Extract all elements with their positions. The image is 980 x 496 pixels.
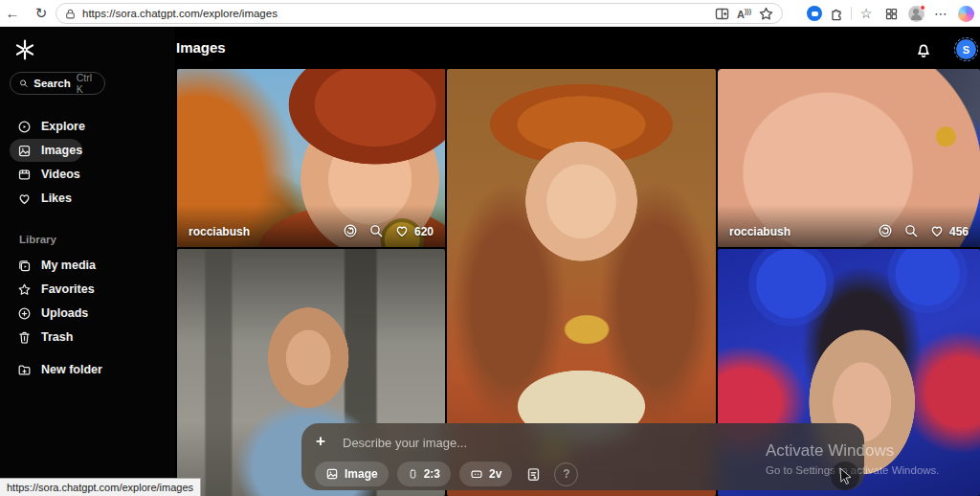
- new-folder-icon: [17, 363, 32, 377]
- user-avatar[interactable]: S: [956, 39, 976, 59]
- sidebar-item-label: Trash: [41, 330, 73, 344]
- search-input[interactable]: Search Ctrl K: [10, 72, 105, 95]
- zoom-search-icon[interactable]: [368, 223, 384, 238]
- address-bar[interactable]: https://sora.chatgpt.com/explore/images …: [56, 3, 783, 24]
- sidebar-item-label: Favorites: [41, 282, 95, 296]
- sidebar-item-new-folder[interactable]: New folder: [10, 358, 167, 381]
- presets-icon: [525, 466, 542, 483]
- prompt-input[interactable]: Describe your image...: [343, 436, 467, 450]
- aspect-ratio-label: 2:3: [424, 467, 440, 481]
- extensions-puzzle-icon[interactable]: [826, 3, 847, 24]
- favorites-hub-icon[interactable]: ☆: [856, 3, 877, 24]
- sidebar-item-likes[interactable]: Likes: [10, 187, 167, 210]
- sidebar-item-my-media[interactable]: My media: [10, 254, 167, 277]
- browser-refresh-icon[interactable]: ↻: [29, 0, 54, 27]
- help-button[interactable]: ?: [554, 462, 578, 486]
- lock-icon: [64, 8, 77, 20]
- status-bar-url: https://sora.chatgpt.com/explore/images: [0, 478, 201, 496]
- composer-controls: Image 2:3 2v: [315, 462, 578, 486]
- remix-icon[interactable]: [343, 223, 358, 238]
- like-count: 620: [414, 225, 434, 238]
- like-heart-icon[interactable]: [929, 223, 945, 238]
- openai-logo-icon[interactable]: [13, 38, 36, 61]
- sidebar-item-uploads[interactable]: Uploads: [10, 302, 167, 325]
- sidebar-item-videos[interactable]: Videos: [10, 163, 167, 186]
- sidebar-item-label: Images: [41, 144, 82, 157]
- notifications-bell-icon[interactable]: [914, 40, 933, 59]
- add-attachment-icon[interactable]: +: [316, 432, 325, 451]
- variations-button[interactable]: 2v: [459, 462, 512, 486]
- variations-label: 2v: [489, 467, 501, 481]
- sidebar-item-label: Uploads: [41, 306, 88, 320]
- sidebar-item-explore[interactable]: Explore: [10, 115, 167, 138]
- sidebar-item-trash[interactable]: Trash: [10, 326, 167, 349]
- sidebar-item-images[interactable]: Images: [10, 139, 82, 162]
- sidebar-item-label: Explore: [41, 120, 85, 133]
- notification-dot: [920, 5, 925, 11]
- zoom-search-icon[interactable]: [903, 223, 919, 238]
- remix-icon[interactable]: [878, 223, 893, 238]
- trash-icon: [17, 330, 32, 345]
- media-type-label: Image: [345, 467, 378, 481]
- url-text[interactable]: https://sora.chatgpt.com/explore/images: [82, 8, 707, 19]
- sidebar-item-label: New folder: [41, 363, 102, 376]
- card-username[interactable]: rocciabush: [729, 225, 867, 238]
- presets-button[interactable]: [521, 462, 546, 486]
- upload-plus-icon: [17, 306, 32, 321]
- image-type-icon: [325, 467, 339, 481]
- read-aloud-icon[interactable]: A))): [737, 8, 751, 20]
- extension-badge-icon[interactable]: [807, 6, 822, 21]
- images-icon: [17, 144, 32, 158]
- copilot-icon[interactable]: [955, 3, 976, 24]
- card-username[interactable]: rocciabush: [189, 225, 332, 238]
- toolbar-divider: [851, 7, 852, 20]
- bookmark-star-icon[interactable]: [758, 6, 774, 22]
- browser-back-icon[interactable]: ←: [0, 0, 25, 27]
- more-menu-icon[interactable]: ⋯: [930, 3, 951, 24]
- search-icon: [19, 78, 28, 89]
- sidebar-item-label: Likes: [41, 192, 72, 205]
- browser-toolbar: ← ↻ https://sora.chatgpt.com/explore/ima…: [0, 0, 980, 27]
- card-overlay: rocciabush 620: [177, 205, 445, 247]
- media-type-button[interactable]: Image: [315, 462, 389, 486]
- videos-icon: [17, 168, 32, 182]
- split-screen-icon[interactable]: [714, 6, 730, 22]
- heart-icon: [17, 192, 32, 206]
- status-url-text: https://sora.chatgpt.com/explore/images: [7, 482, 193, 493]
- variations-icon: [470, 467, 483, 481]
- prompt-composer: + Describe your image... Image 2:3: [301, 423, 864, 490]
- apps-grid-icon[interactable]: [880, 3, 902, 24]
- card-overlay: rocciabush 456: [718, 205, 980, 247]
- sidebar: Search Ctrl K Explore Images Videos: [0, 27, 175, 496]
- search-shortcut: Ctrl K: [77, 72, 96, 95]
- star-icon: [17, 282, 32, 297]
- image-card[interactable]: rocciabush 620: [177, 69, 445, 247]
- sidebar-item-label: My media: [41, 259, 96, 272]
- sora-app: Search Ctrl K Explore Images Videos: [0, 27, 980, 496]
- screen: ← ↻ https://sora.chatgpt.com/explore/ima…: [0, 0, 980, 496]
- my-media-icon: [17, 259, 32, 273]
- portrait-aspect-icon: [408, 467, 418, 481]
- library-section-title: Library: [19, 234, 56, 245]
- like-count: 456: [949, 225, 969, 238]
- browser-profile-avatar[interactable]: [905, 3, 926, 24]
- image-card[interactable]: rocciabush 456: [718, 69, 980, 247]
- aspect-ratio-button[interactable]: 2:3: [397, 462, 451, 486]
- explore-icon: [17, 120, 32, 134]
- page-title: Images: [176, 39, 226, 56]
- search-label: Search: [33, 78, 70, 89]
- like-heart-icon[interactable]: [394, 223, 410, 238]
- sidebar-item-label: Videos: [41, 168, 80, 181]
- browser-action-icons: ☆ ⋯: [807, 0, 976, 27]
- sidebar-item-favorites[interactable]: Favorites: [10, 278, 167, 301]
